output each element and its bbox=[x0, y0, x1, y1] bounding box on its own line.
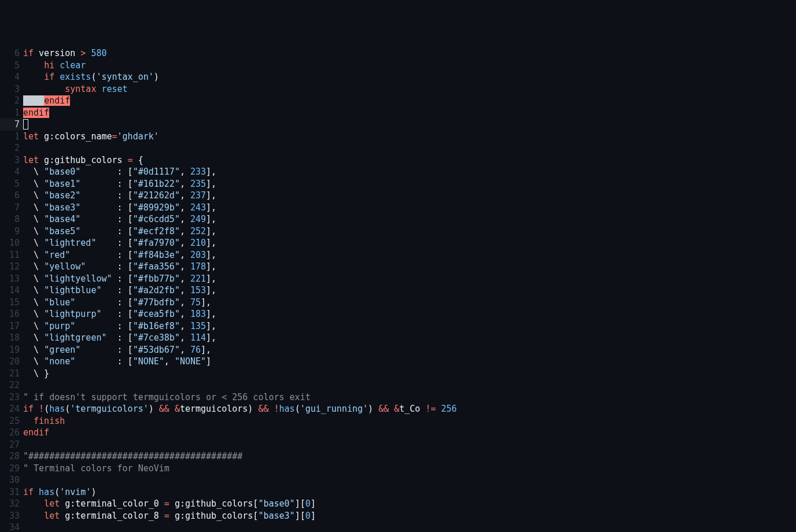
code-content[interactable]: if has('nvim') bbox=[23, 486, 796, 498]
code-content[interactable]: \ "red" : ["#f84b3e", 203], bbox=[23, 249, 796, 261]
code-content[interactable]: \ "base0" : ["#0d1117", 233], bbox=[23, 166, 796, 178]
code-line[interactable]: 30 bbox=[0, 474, 796, 486]
code-content[interactable] bbox=[23, 379, 796, 391]
code-line[interactable]: 10 \ "lightred" : ["#fa7970", 210], bbox=[0, 237, 796, 249]
code-line[interactable]: 33 let g:terminal_color_8 = g:github_col… bbox=[0, 510, 796, 522]
code-content[interactable]: \ "lightpurp" : ["#cea5fb", 183], bbox=[23, 308, 796, 320]
code-line[interactable]: 13 \ "lightyellow" : ["#fbb77b", 221], bbox=[0, 273, 796, 285]
code-content[interactable]: finish bbox=[23, 415, 796, 427]
code-content[interactable]: "#######################################… bbox=[23, 450, 796, 463]
code-content[interactable]: \ "base4" : ["#c6cdd5", 249], bbox=[23, 213, 796, 226]
code-content[interactable]: let g:github_colors = { bbox=[23, 154, 796, 167]
code-content[interactable]: if !(has('termguicolors') && &termguicol… bbox=[23, 403, 796, 415]
code-content[interactable]: \ "yellow" : ["#faa356", 178], bbox=[23, 261, 796, 273]
code-content[interactable]: let g:terminal_color_0 = g:github_colors… bbox=[23, 498, 796, 510]
code-line[interactable]: 27 bbox=[0, 439, 796, 451]
code-line[interactable]: 25 finish bbox=[0, 415, 796, 427]
code-content[interactable]: hi clear bbox=[23, 60, 796, 72]
code-content[interactable] bbox=[23, 439, 796, 451]
code-line[interactable]: 2 bbox=[0, 142, 796, 154]
code-line[interactable]: 17 \ "purp" : ["#b16ef8", 135], bbox=[0, 320, 796, 332]
code-line[interactable]: 7 \ "base3" : ["#89929b", 243], bbox=[0, 202, 796, 214]
line-number-gutter: 3 bbox=[0, 154, 23, 167]
code-line[interactable]: 24if !(has('termguicolors') && &termguic… bbox=[0, 403, 796, 415]
code-line[interactable]: 9 \ "base5" : ["#ecf2f8", 252], bbox=[0, 226, 796, 238]
code-content[interactable]: endif bbox=[23, 107, 796, 119]
code-line[interactable]: 31if has('nvim') bbox=[0, 486, 796, 498]
code-line[interactable]: 18 \ "lightgreen" : ["#7ce38b", 114], bbox=[0, 332, 796, 344]
code-content[interactable]: endif bbox=[23, 95, 796, 107]
code-content[interactable]: " if doesn't support termguicolors or < … bbox=[23, 391, 796, 404]
code-content[interactable]: \ "base5" : ["#ecf2f8", 252], bbox=[23, 226, 796, 238]
code-content[interactable]: \ "green" : ["#53db67", 76], bbox=[23, 344, 796, 356]
token: \ bbox=[23, 345, 44, 355]
code-line[interactable]: 21 \ } bbox=[0, 368, 796, 380]
code-line[interactable]: 3 syntax reset bbox=[0, 83, 796, 95]
code-content[interactable]: \ "lightgreen" : ["#7ce38b", 114], bbox=[23, 332, 796, 344]
code-line[interactable]: 20 \ "none" : ["NONE", "NONE"] bbox=[0, 356, 796, 368]
code-line[interactable]: 1endif bbox=[0, 107, 796, 119]
code-content[interactable]: \ "lightyellow" : ["#fbb77b", 221], bbox=[23, 273, 796, 285]
code-line[interactable]: 2 endif bbox=[0, 95, 796, 107]
code-line[interactable]: 15 \ "blue" : ["#77bdfb", 75], bbox=[0, 297, 796, 309]
token bbox=[23, 95, 44, 106]
code-line[interactable]: 28"#####################################… bbox=[0, 450, 796, 463]
token: "yellow" bbox=[44, 261, 86, 272]
token: 'syntax_on' bbox=[96, 72, 153, 82]
code-line[interactable]: 22 bbox=[0, 379, 796, 391]
code-line[interactable]: 34 bbox=[0, 522, 796, 532]
code-line[interactable]: 4 if exists('syntax_on') bbox=[0, 71, 796, 83]
code-line[interactable]: 8 \ "base4" : ["#c6cdd5", 249], bbox=[0, 213, 796, 226]
code-content[interactable]: \ "blue" : ["#77bdfb", 75], bbox=[23, 297, 796, 309]
code-content[interactable] bbox=[23, 474, 796, 486]
code-content[interactable] bbox=[23, 119, 796, 131]
code-line[interactable]: 4 \ "base0" : ["#0d1117", 233], bbox=[0, 166, 796, 178]
code-content[interactable]: \ "purp" : ["#b16ef8", 135], bbox=[23, 320, 796, 332]
code-line[interactable]: 1let g:colors_name='ghdark' bbox=[0, 131, 796, 143]
code-content[interactable]: let g:colors_name='ghdark' bbox=[23, 131, 796, 143]
line-number-gutter: 31 bbox=[0, 486, 23, 498]
code-content[interactable]: \ "base2" : ["#21262d", 237], bbox=[23, 190, 796, 202]
code-line[interactable]: 3let g:github_colors = { bbox=[0, 154, 796, 167]
line-number-gutter: 30 bbox=[0, 474, 23, 486]
token: { bbox=[133, 155, 143, 165]
code-content[interactable]: syntax reset bbox=[23, 83, 796, 95]
token: \ bbox=[23, 285, 44, 295]
code-content[interactable]: \ "none" : ["NONE", "NONE"] bbox=[23, 356, 796, 368]
code-line[interactable]: 7 bbox=[0, 119, 796, 131]
code-line[interactable]: 16 \ "lightpurp" : ["#cea5fb", 183], bbox=[0, 308, 796, 320]
code-content[interactable]: " Terminal colors for NeoVim bbox=[23, 463, 796, 475]
token: ! bbox=[39, 404, 44, 414]
code-line[interactable]: 11 \ "red" : ["#f84b3e", 203], bbox=[0, 249, 796, 261]
token: 235 bbox=[190, 179, 206, 189]
code-content[interactable]: \ "lightblue" : ["#a2d2fb", 153], bbox=[23, 285, 796, 297]
code-line[interactable]: 29" Terminal colors for NeoVim bbox=[0, 463, 796, 475]
code-content[interactable]: \ } bbox=[23, 368, 796, 380]
code-line[interactable]: 32 let g:terminal_color_0 = g:github_col… bbox=[0, 498, 796, 510]
code-content[interactable]: if exists('syntax_on') bbox=[23, 71, 796, 83]
code-line[interactable]: 26endif bbox=[0, 427, 796, 439]
code-content[interactable]: let g:terminal_color_8 = g:github_colors… bbox=[23, 510, 796, 522]
code-line[interactable]: 5 hi clear bbox=[0, 60, 796, 72]
code-line[interactable]: 14 \ "lightblue" : ["#a2d2fb", 153], bbox=[0, 285, 796, 297]
line-number-gutter: 6 bbox=[0, 47, 23, 60]
code-line[interactable]: 12 \ "yellow" : ["#faa356", 178], bbox=[0, 261, 796, 273]
code-line[interactable]: 19 \ "green" : ["#53db67", 76], bbox=[0, 344, 796, 356]
code-content[interactable]: \ "lightred" : ["#fa7970", 210], bbox=[23, 237, 796, 249]
code-editor[interactable]: 6if version > 5805 hi clear4 if exists('… bbox=[0, 47, 796, 532]
code-content[interactable]: \ "base1" : ["#161b22", 235], bbox=[23, 178, 796, 190]
code-content[interactable] bbox=[23, 522, 796, 532]
code-line[interactable]: 6if version > 580 bbox=[0, 47, 796, 60]
code-content[interactable]: if version > 580 bbox=[23, 47, 796, 60]
token: ! bbox=[274, 404, 279, 414]
code-line[interactable]: 5 \ "base1" : ["#161b22", 235], bbox=[0, 178, 796, 190]
token: , bbox=[180, 202, 190, 213]
token: \ bbox=[23, 309, 44, 319]
code-line[interactable]: 23" if doesn't support termguicolors or … bbox=[0, 391, 796, 404]
code-line[interactable]: 6 \ "base2" : ["#21262d", 237], bbox=[0, 190, 796, 202]
token: : [ bbox=[80, 190, 132, 201]
code-content[interactable]: endif bbox=[23, 427, 796, 439]
token: let bbox=[44, 498, 60, 509]
code-content[interactable] bbox=[23, 142, 796, 154]
code-content[interactable]: \ "base3" : ["#89929b", 243], bbox=[23, 202, 796, 214]
